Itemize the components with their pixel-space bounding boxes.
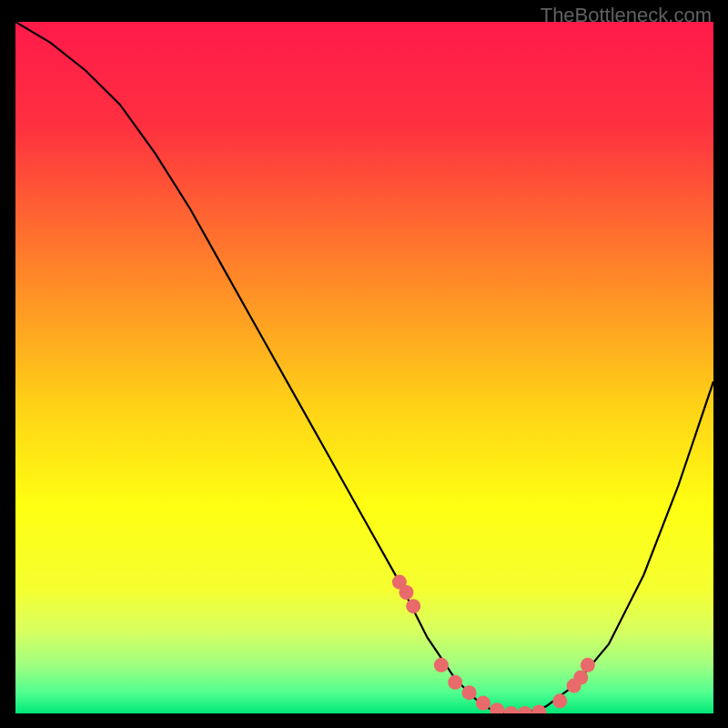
marker-point <box>399 585 414 600</box>
marker-point <box>406 599 420 613</box>
chart-svg <box>15 22 713 713</box>
gradient-background <box>15 22 713 713</box>
marker-point <box>448 675 462 690</box>
watermark-text: TheBottleneck.com <box>541 4 712 27</box>
marker-point <box>462 685 477 700</box>
plot-area <box>15 22 713 713</box>
marker-point <box>581 658 595 672</box>
marker-point <box>476 696 490 711</box>
marker-point <box>434 658 449 672</box>
marker-point <box>573 671 588 685</box>
marker-point <box>552 693 567 708</box>
